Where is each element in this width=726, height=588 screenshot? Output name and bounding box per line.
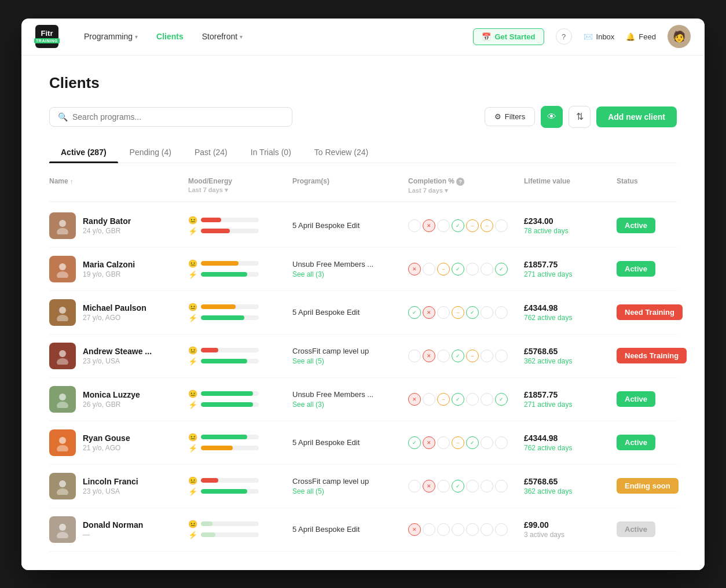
page-title: Clients: [49, 74, 677, 92]
client-avatar: [49, 386, 76, 413]
svg-point-8: [59, 394, 66, 400]
table-header: Name ↑Mood/EnergyLast 7 days ▾Program(s)…: [49, 177, 677, 202]
completion-dot: [423, 393, 435, 406]
client-cell: Monica Luzzye 26 y/o, GBR: [49, 386, 188, 413]
svg-point-6: [59, 350, 66, 357]
lifetime-value: £5768.65: [524, 347, 617, 356]
mood-icon: 😐: [188, 433, 197, 442]
mood-bar-bg: [201, 521, 259, 526]
active-days: 271 active days: [524, 270, 617, 278]
client-avatar: [49, 299, 76, 326]
completion-dot: [408, 350, 421, 362]
mood-icon: 😐: [188, 259, 197, 268]
mood-icon: 😐: [188, 303, 197, 311]
program-cell: CrossFit camp level up See all (5): [292, 347, 408, 365]
main-content: Clients 🔍 ⚙ Filters 👁 ⇅ Add new client: [21, 56, 705, 570]
client-avatar: [49, 343, 76, 369]
completion-dot: [437, 306, 450, 319]
help-button[interactable]: ?: [556, 28, 572, 45]
completion-dot: –: [452, 436, 464, 449]
svg-point-7: [57, 358, 68, 365]
inbox-button[interactable]: ✉️ Inbox: [584, 32, 615, 41]
energy-icon: ⚡: [188, 487, 197, 496]
view-toggle-button[interactable]: 👁: [541, 106, 563, 128]
program-cell: 5 April Bespoke Edit: [292, 525, 408, 534]
energy-icon: ⚡: [188, 400, 197, 409]
user-avatar[interactable]: 🧑: [668, 25, 691, 48]
status-badge: Active: [617, 435, 655, 450]
nav-storefront[interactable]: Storefront ▾: [200, 27, 245, 46]
inbox-icon: ✉️: [584, 32, 593, 41]
completion-cell: ✕–✓✓: [408, 263, 524, 275]
svg-point-2: [59, 263, 66, 270]
active-days: 3 active days: [524, 531, 617, 539]
tab-item[interactable]: In Trials (0): [239, 142, 303, 163]
toolbar: 🔍 ⚙ Filters 👁 ⇅ Add new client: [49, 106, 677, 128]
get-started-button[interactable]: 📅 Get Started: [473, 28, 544, 45]
client-sub: 27 y/o, AGO: [83, 314, 146, 322]
table-row: Maria Calzoni 19 y/o, GBR 😐 ⚡ Unsub Free…: [49, 248, 677, 291]
completion-dot: [437, 219, 450, 232]
mood-cell: 😐 ⚡: [188, 259, 292, 279]
lifetime-cell: £5768.65 362 active days: [524, 347, 617, 365]
svg-point-14: [59, 524, 66, 531]
see-all-link[interactable]: See all (3): [292, 270, 408, 278]
program-name: 5 April Bespoke Edit: [292, 525, 408, 534]
energy-icon: ⚡: [188, 314, 197, 322]
completion-dot: [481, 480, 493, 493]
nav-clients[interactable]: Clients: [154, 27, 186, 46]
feed-button[interactable]: 🔔 Feed: [626, 32, 656, 41]
chevron-down-icon: ▾: [135, 34, 138, 40]
program-cell: Unsub Free Members ... See all (3): [292, 390, 408, 409]
svg-point-3: [57, 271, 68, 278]
eye-icon: 👁: [547, 112, 556, 122]
client-sub: 23 y/o, USA: [83, 487, 138, 495]
search-box[interactable]: 🔍: [49, 107, 292, 127]
completion-dot: [452, 523, 464, 536]
completion-dot: –: [466, 350, 479, 362]
svg-point-13: [57, 488, 68, 495]
completion-dot: [408, 480, 421, 493]
client-cell: Lincoln Franci 23 y/o, USA: [49, 473, 188, 499]
completion-dot: [481, 523, 493, 536]
client-name: Ryan Gouse: [83, 433, 130, 443]
completion-dot: –: [466, 219, 479, 232]
program-cell: 5 April Bespoke Edit: [292, 438, 408, 447]
energy-bar-fill: [201, 402, 253, 407]
mood-bar-fill: [201, 478, 218, 483]
energy-bar-fill: [201, 315, 244, 320]
navbar: Fitr TRAINING Programming ▾ Clients Stor…: [21, 19, 705, 56]
calendar-icon: 📅: [482, 32, 491, 41]
logo: Fitr TRAINING: [35, 25, 58, 48]
tab-item[interactable]: To Review (24): [303, 142, 380, 163]
sort-icon: ⇅: [576, 111, 584, 122]
completion-cell: ✕–✓✓: [408, 393, 524, 406]
completion-cell: ✕✓––: [408, 219, 524, 232]
nav-programming[interactable]: Programming ▾: [82, 27, 140, 46]
completion-dot: ✕: [408, 393, 421, 406]
filter-button[interactable]: ⚙ Filters: [485, 107, 535, 126]
sort-button[interactable]: ⇅: [569, 106, 591, 128]
energy-bar-bg: [201, 532, 259, 537]
active-days: 78 active days: [524, 227, 617, 235]
completion-dot: [481, 306, 493, 319]
table-row: Michael Paulson 27 y/o, AGO 😐 ⚡ 5 April …: [49, 291, 677, 335]
search-input[interactable]: [72, 112, 284, 122]
svg-point-11: [57, 445, 68, 451]
completion-dot: ✓: [495, 393, 508, 406]
status-cell: Need Training: [617, 304, 686, 320]
tab-item[interactable]: Active (287): [49, 142, 118, 163]
see-all-link[interactable]: See all (5): [292, 487, 408, 495]
client-avatar: [49, 212, 76, 239]
program-cell: 5 April Bespoke Edit: [292, 221, 408, 230]
status-badge: Active: [617, 218, 655, 233]
tab-item[interactable]: Past (24): [183, 142, 239, 163]
lifetime-cell: £234.00 78 active days: [524, 216, 617, 235]
see-all-link[interactable]: See all (5): [292, 357, 408, 365]
completion-cell: ✓✕–✓: [408, 436, 524, 449]
completion-dot: ✓: [408, 306, 421, 319]
add-client-button[interactable]: Add new client: [596, 106, 677, 127]
tab-item[interactable]: Pending (4): [118, 142, 183, 163]
completion-dot: [481, 393, 493, 406]
see-all-link[interactable]: See all (3): [292, 400, 408, 409]
